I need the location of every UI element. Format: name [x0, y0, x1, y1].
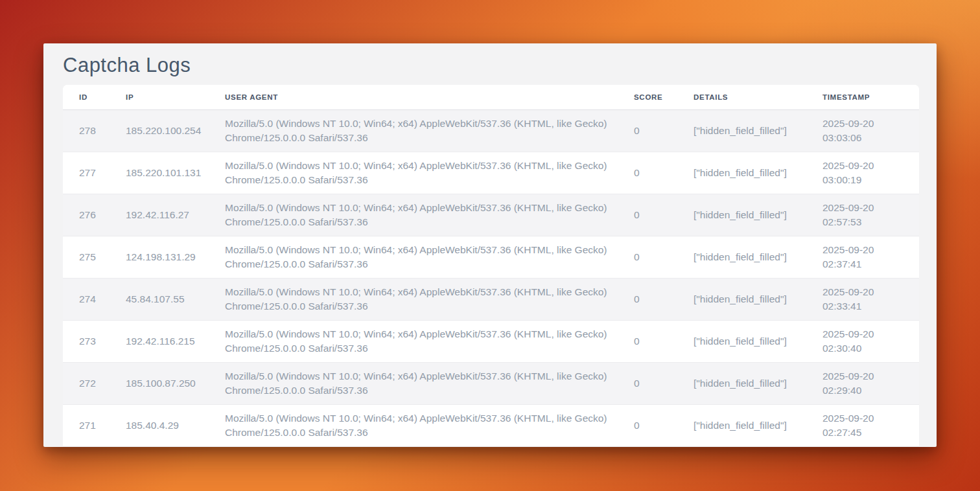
- cell-id: 272: [63, 362, 110, 404]
- cell-id: 277: [63, 152, 110, 194]
- column-header-timestamp: TIMESTAMP: [806, 85, 919, 109]
- table-row: 277 185.220.101.131 Mozilla/5.0 (Windows…: [63, 152, 919, 194]
- cell-user-agent: Mozilla/5.0 (Windows NT 10.0; Win64; x64…: [209, 278, 618, 320]
- cell-id: 278: [63, 109, 110, 152]
- cell-score: 0: [618, 278, 677, 320]
- table-row: 273 192.42.116.215 Mozilla/5.0 (Windows …: [63, 320, 919, 362]
- page-background: { "page": { "title": "Captcha Logs" }, "…: [0, 0, 980, 491]
- captcha-logs-card: Captcha Logs ID IP USER AGENT SCORE DETA…: [43, 43, 937, 447]
- cell-score: 0: [618, 194, 677, 236]
- cell-user-agent: Mozilla/5.0 (Windows NT 10.0; Win64; x64…: [209, 109, 618, 152]
- cell-score: 0: [618, 236, 677, 278]
- cell-timestamp: 2025-09-20 03:00:19: [806, 152, 919, 194]
- card-header: Captcha Logs: [43, 43, 937, 85]
- table-row: 272 185.100.87.250 Mozilla/5.0 (Windows …: [63, 362, 919, 404]
- cell-ip: 124.198.131.29: [110, 236, 209, 278]
- cell-user-agent: Mozilla/5.0 (Windows NT 10.0; Win64; x64…: [209, 152, 618, 194]
- cell-timestamp: 2025-09-20 02:33:41: [806, 278, 919, 320]
- cell-score: 0: [618, 404, 677, 446]
- cell-details: ["hidden_field_filled"]: [677, 404, 806, 446]
- cell-user-agent: Mozilla/5.0 (Windows NT 10.0; Win64; x64…: [209, 362, 618, 404]
- cell-ip: 185.100.87.250: [110, 362, 209, 404]
- table-header: ID IP USER AGENT SCORE DETAILS TIMESTAMP: [63, 85, 919, 109]
- cell-timestamp: 2025-09-20 02:27:45: [806, 404, 919, 446]
- table-row: 278 185.220.100.254 Mozilla/5.0 (Windows…: [63, 109, 919, 152]
- column-header-details: DETAILS: [677, 85, 806, 109]
- cell-ip: 45.84.107.55: [110, 278, 209, 320]
- table-row: 274 45.84.107.55 Mozilla/5.0 (Windows NT…: [63, 278, 919, 320]
- cell-id: 273: [63, 320, 110, 362]
- table-row: 276 192.42.116.27 Mozilla/5.0 (Windows N…: [63, 194, 919, 236]
- cell-details: ["hidden_field_filled"]: [677, 152, 806, 194]
- cell-user-agent: Mozilla/5.0 (Windows NT 10.0; Win64; x64…: [209, 194, 618, 236]
- cell-details: ["hidden_field_filled"]: [677, 320, 806, 362]
- cell-details: ["hidden_field_filled"]: [677, 194, 806, 236]
- cell-timestamp: 2025-09-20 02:57:53: [806, 194, 919, 236]
- cell-score: 0: [618, 320, 677, 362]
- cell-ip: 192.42.116.27: [110, 194, 209, 236]
- captcha-logs-table: ID IP USER AGENT SCORE DETAILS TIMESTAMP…: [63, 85, 919, 447]
- cell-id: 271: [63, 404, 110, 446]
- table-row: 271 185.40.4.29 Mozilla/5.0 (Windows NT …: [63, 404, 919, 446]
- cell-user-agent: Mozilla/5.0 (Windows NT 10.0; Win64; x64…: [209, 404, 618, 446]
- table-header-row: ID IP USER AGENT SCORE DETAILS TIMESTAMP: [63, 85, 919, 109]
- cell-details: ["hidden_field_filled"]: [677, 236, 806, 278]
- column-header-user-agent: USER AGENT: [209, 85, 618, 109]
- cell-details: ["hidden_field_filled"]: [677, 109, 806, 152]
- cell-timestamp: 2025-09-20 02:29:40: [806, 362, 919, 404]
- cell-ip: 185.220.101.131: [110, 152, 209, 194]
- cell-score: 0: [618, 109, 677, 152]
- column-header-id: ID: [63, 85, 110, 109]
- table-row: 275 124.198.131.29 Mozilla/5.0 (Windows …: [63, 236, 919, 278]
- cell-user-agent: Mozilla/5.0 (Windows NT 10.0; Win64; x64…: [209, 236, 618, 278]
- cell-id: 276: [63, 194, 110, 236]
- cell-id: 275: [63, 236, 110, 278]
- cell-details: ["hidden_field_filled"]: [677, 362, 806, 404]
- table-body: 278 185.220.100.254 Mozilla/5.0 (Windows…: [63, 109, 919, 446]
- cell-timestamp: 2025-09-20 03:03:06: [806, 109, 919, 152]
- column-header-score: SCORE: [618, 85, 677, 109]
- cell-ip: 185.40.4.29: [110, 404, 209, 446]
- cell-details: ["hidden_field_filled"]: [677, 278, 806, 320]
- column-header-ip: IP: [110, 85, 209, 109]
- cell-timestamp: 2025-09-20 02:37:41: [806, 236, 919, 278]
- cell-score: 0: [618, 152, 677, 194]
- cell-ip: 185.220.100.254: [110, 109, 209, 152]
- cell-timestamp: 2025-09-20 02:30:40: [806, 320, 919, 362]
- cell-user-agent: Mozilla/5.0 (Windows NT 10.0; Win64; x64…: [209, 320, 618, 362]
- cell-score: 0: [618, 362, 677, 404]
- cell-id: 274: [63, 278, 110, 320]
- cell-ip: 192.42.116.215: [110, 320, 209, 362]
- log-table-container: ID IP USER AGENT SCORE DETAILS TIMESTAMP…: [63, 85, 919, 447]
- page-title: Captcha Logs: [63, 54, 917, 77]
